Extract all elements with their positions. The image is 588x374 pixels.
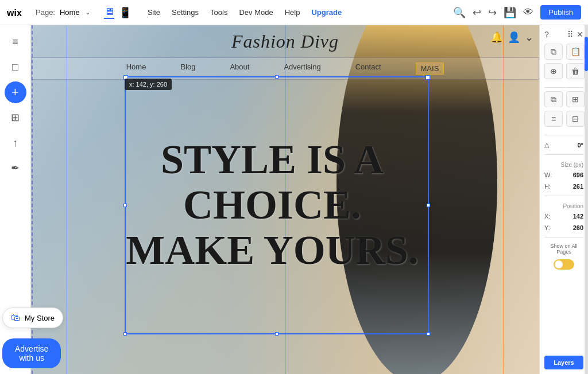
device-switcher: 🖥 📱 (104, 6, 131, 19)
canvas-nav-blog[interactable]: Blog (180, 63, 195, 75)
panel-header: ? ⠿ ✕ (544, 30, 583, 39)
site-logo: Fashion Divg (231, 31, 339, 52)
y-label: Y: (544, 224, 550, 231)
width-label: W: (544, 172, 552, 178)
position-label: Position (544, 203, 583, 209)
sidebar-media-icon[interactable]: ↑ (5, 132, 26, 154)
panel-action-grid-2: ⧉ ⊞ ≡ ⊟ (544, 91, 583, 127)
nav-devmode[interactable]: Dev Mode (239, 8, 273, 17)
page-name[interactable]: Home (60, 8, 80, 17)
panel-align-btn[interactable]: ≡ (544, 111, 563, 127)
panel-x-row: X: 142 (544, 213, 583, 220)
left-sidebar: ≡ □ + ⊞ ↑ ✒ 🛍 My Store Advertise with us (0, 25, 31, 374)
bell-icon[interactable]: 🔔 (490, 31, 503, 44)
canvas-top-right-icons: 🔔 👤 ⌄ (490, 31, 533, 44)
panel-copy-btn[interactable]: ⧉ (544, 44, 563, 60)
scroll-thumb[interactable] (585, 37, 588, 71)
mobile-view-icon[interactable]: 📱 (119, 6, 131, 19)
selection-handle-mr[interactable] (427, 204, 430, 207)
canvas-chevron-icon[interactable]: ⌄ (525, 31, 533, 44)
top-nav: Site Settings Tools Dev Mode Help Upgrad… (148, 8, 342, 17)
panel-angle-row: △ 0° (544, 141, 583, 149)
selection-handle-tm[interactable] (275, 75, 278, 79)
site-header: Fashion Divg (31, 31, 539, 52)
main-layout: ≡ □ + ⊞ ↑ ✒ 🛍 My Store Advertise with us… (0, 25, 588, 374)
x-value[interactable]: 142 (573, 213, 583, 220)
panel-delete-btn[interactable]: 🗑 (566, 63, 585, 79)
width-value[interactable]: 696 (573, 172, 583, 178)
canvas-area[interactable]: Fashion Divg 🔔 👤 ⌄ Home Blog About Adver… (31, 25, 539, 374)
my-store-label: My Store (25, 314, 55, 322)
panel-divider-1 (544, 87, 583, 88)
panel-divider-3 (544, 154, 583, 155)
panel-paste-btn[interactable]: 📋 (566, 44, 585, 60)
panel-close-button[interactable]: ✕ (577, 30, 583, 39)
nav-help[interactable]: Help (285, 8, 300, 17)
panel-question-icon[interactable]: ? (544, 30, 549, 39)
undo-icon[interactable]: ↩ (473, 6, 481, 19)
sidebar-add-icon[interactable]: + (5, 81, 26, 103)
svg-text:wix: wix (7, 8, 22, 18)
vertical-scrollbar[interactable] (585, 25, 588, 374)
layers-tab[interactable]: Layers (544, 356, 583, 369)
sidebar-components-icon[interactable]: □ (5, 56, 26, 78)
panel-duplicate-btn[interactable]: ⊕ (544, 63, 563, 79)
selection-handle-ml[interactable] (123, 204, 127, 207)
canvas-nav-home[interactable]: Home (126, 63, 146, 75)
my-store-button[interactable]: 🛍 My Store (2, 307, 63, 328)
account-icon[interactable]: 👤 (508, 31, 520, 44)
panel-height-row: H: 261 (544, 183, 583, 190)
panel-width-row: W: 696 (544, 172, 583, 178)
panel-arrange-btn[interactable]: ⊞ (566, 91, 585, 107)
selection-handle-br[interactable] (427, 332, 430, 336)
preview-icon[interactable]: 👁 (523, 6, 533, 18)
y-value[interactable]: 260 (573, 224, 583, 231)
panel-header-icons: ⠿ ✕ (567, 30, 583, 39)
selection-box[interactable] (125, 76, 429, 334)
publish-button[interactable]: Publish (540, 5, 581, 20)
sidebar-pages-icon[interactable]: ≡ (5, 31, 26, 53)
size-label: Size (px) (544, 162, 583, 168)
wix-logo[interactable]: wix (7, 7, 28, 18)
panel-spacing-btn[interactable]: ⊟ (566, 111, 585, 127)
sidebar-apps-icon[interactable]: ⊞ (5, 107, 26, 128)
panel-layers-btn[interactable]: ⧉ (544, 91, 563, 107)
angle-icon: △ (544, 141, 549, 149)
position-tooltip: x: 142, y: 260 (125, 79, 172, 90)
selection-handle-bm[interactable] (275, 332, 278, 336)
angle-value[interactable]: 0° (577, 142, 583, 149)
canvas-nav-mais[interactable]: MAIS (416, 63, 444, 75)
height-value[interactable]: 261 (573, 183, 583, 190)
advertise-button[interactable]: Advertise with us (2, 338, 61, 368)
panel-grid-icon[interactable]: ⠿ (567, 30, 573, 39)
desktop-view-icon[interactable]: 🖥 (104, 6, 114, 19)
canvas-nav-contact[interactable]: Contact (355, 63, 381, 75)
right-panel: ? ⠿ ✕ ⧉ 📋 ⊕ 🗑 ⧉ ⊞ ≡ ⊟ △ 0° (539, 25, 588, 374)
show-all-pages-toggle-container (544, 259, 583, 270)
canvas-nav-about[interactable]: About (230, 63, 249, 75)
height-label: H: (544, 183, 551, 190)
nav-site[interactable]: Site (148, 8, 160, 17)
nav-tools[interactable]: Tools (210, 8, 227, 17)
topbar-right-icons: 🔍 ↩ ↪ 💾 👁 Publish (453, 5, 581, 20)
my-store-icon: 🛍 (11, 313, 20, 323)
show-all-pages-toggle[interactable] (554, 259, 574, 270)
show-all-pages-label: Show on All Pages (544, 243, 583, 255)
canvas-nav-advertising[interactable]: Advertising (284, 63, 320, 75)
page-label: Page: (36, 8, 55, 17)
panel-divider-2 (544, 135, 583, 135)
redo-icon[interactable]: ↪ (488, 6, 497, 19)
panel-divider-4 (544, 196, 583, 196)
panel-y-row: Y: 260 (544, 224, 583, 231)
save-icon[interactable]: 💾 (504, 6, 516, 19)
panel-divider-5 (544, 237, 583, 237)
top-bar: wix Page: Home ⌄ 🖥 📱 Site Settings Tools… (0, 0, 588, 25)
selection-handle-bl[interactable] (123, 332, 127, 336)
x-label: X: (544, 213, 550, 220)
page-chevron[interactable]: ⌄ (86, 9, 90, 15)
nav-upgrade[interactable]: Upgrade (311, 8, 342, 17)
sidebar-blog-icon[interactable]: ✒ (5, 157, 26, 179)
search-icon[interactable]: 🔍 (453, 6, 466, 19)
nav-settings[interactable]: Settings (172, 8, 199, 17)
panel-action-grid: ⧉ 📋 ⊕ 🗑 (544, 44, 583, 79)
